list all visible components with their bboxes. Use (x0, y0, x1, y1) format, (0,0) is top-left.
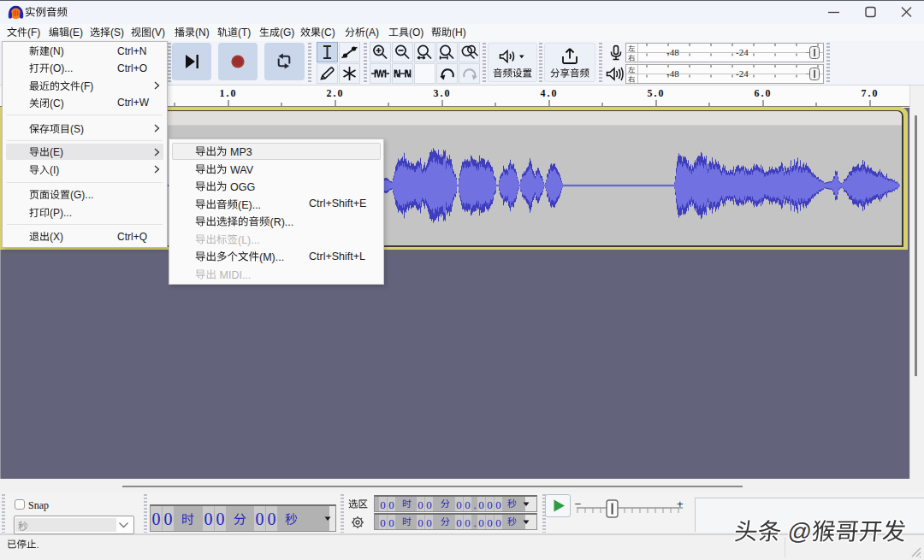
svg-text:(C): (C) (50, 97, 64, 109)
svg-text:(E)...: (E)... (238, 198, 261, 210)
svg-text:(R)...: (R)... (270, 216, 294, 228)
svg-text:(M)...: (M)... (259, 251, 284, 263)
svg-text:(E): (E) (50, 146, 63, 158)
svg-text:@: @ (786, 518, 813, 545)
svg-text:(X): (X) (50, 231, 63, 243)
svg-text:(I): (I) (50, 164, 59, 176)
svg-text:(P)...: (P)... (50, 207, 72, 219)
svg-text:.: . (37, 539, 39, 550)
svg-text:(G)...: (G)... (70, 189, 93, 201)
svg-text:(O)...: (O)... (50, 62, 73, 74)
svg-text:WAV: WAV (230, 163, 254, 175)
svg-text:OGG: OGG (230, 181, 255, 193)
svg-text:(N): (N) (50, 45, 64, 57)
svg-text:(S): (S) (70, 123, 84, 135)
svg-text:MP3: MP3 (230, 146, 252, 158)
svg-text:MIDI...: MIDI... (220, 268, 252, 280)
svg-text:(F): (F) (80, 80, 93, 92)
svg-text:(L)...: (L)... (238, 233, 260, 245)
